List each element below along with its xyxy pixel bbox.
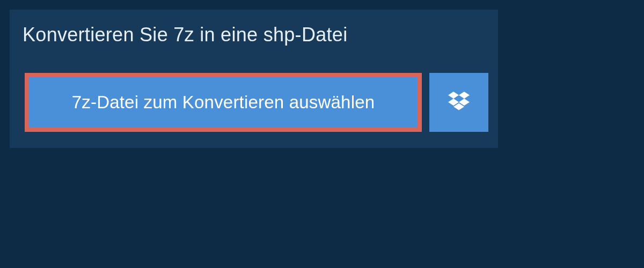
page-title: Konvertieren Sie 7z in eine shp-Datei <box>23 24 356 46</box>
select-file-button-label: 7z-Datei zum Konvertieren auswählen <box>72 92 375 113</box>
button-row: 7z-Datei zum Konvertieren auswählen <box>10 58 498 148</box>
dropbox-button[interactable] <box>429 73 488 132</box>
heading-container: Konvertieren Sie 7z in eine shp-Datei <box>10 10 369 58</box>
dropbox-icon <box>448 92 470 113</box>
select-file-button[interactable]: 7z-Datei zum Konvertieren auswählen <box>25 73 422 132</box>
converter-panel: Konvertieren Sie 7z in eine shp-Datei 7z… <box>10 10 498 148</box>
